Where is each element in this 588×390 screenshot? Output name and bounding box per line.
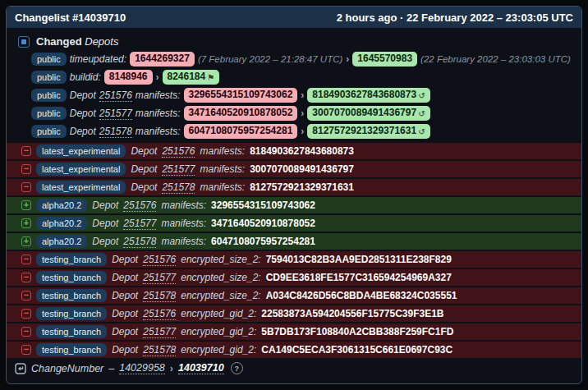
depot-link[interactable]: 251576 xyxy=(143,308,176,320)
new-manifest-value: 8184903627843680873 xyxy=(312,89,416,102)
public-row-buildid: public buildid: 8148946 › 8246184 ⚑ xyxy=(31,68,581,86)
old-manifest-pill[interactable]: 3296554315109743062 xyxy=(184,88,298,103)
arrow-separator: › xyxy=(301,89,304,101)
changelist-title: Changelist #14039710 xyxy=(15,11,126,24)
new-value: 8246184 xyxy=(168,71,206,84)
changenumber-label: ChangeNumber xyxy=(31,363,103,374)
new-manifest-value: 8127572921329371631 xyxy=(312,125,416,138)
old-manifest-pill[interactable]: 6047108075957254281 xyxy=(184,124,298,139)
minus-icon: − xyxy=(21,182,31,192)
old-value-pill[interactable]: 1644269327 xyxy=(130,52,195,67)
changelist-timestamp: 2 hours ago · 22 February 2022 – 23:03:0… xyxy=(337,11,573,24)
field-name: manifests: xyxy=(161,200,206,211)
minus-icon: − xyxy=(21,291,31,301)
depot-link[interactable]: 251577 xyxy=(143,326,176,338)
field-name: manifests: xyxy=(200,163,245,175)
branch-badge: testing_branch xyxy=(36,253,107,266)
depot-word: Depot xyxy=(112,272,138,283)
public-row-timeupdated: public timeupdated: 1644269327 (7 Februa… xyxy=(31,50,581,68)
new-manifest-pill[interactable]: 8184903627843680873 ↺ xyxy=(307,88,430,103)
depot-link[interactable]: 251577 xyxy=(99,108,132,120)
depot-link[interactable]: 251577 xyxy=(162,163,195,176)
branch-row-added: + alpha20.2 Depot 251578 manifests: 6047… xyxy=(7,233,581,250)
field-name: timeupdated: xyxy=(70,53,126,65)
branch-row-removed: − testing_branch Depot 251576 encrypted_… xyxy=(7,305,581,322)
new-changenumber-link[interactable]: 14039710 xyxy=(178,362,224,374)
depot-link[interactable]: 251578 xyxy=(99,126,132,138)
return-icon xyxy=(15,363,26,374)
arrow-separator: › xyxy=(301,126,304,137)
field-name: buildid: xyxy=(70,71,101,83)
manifest-history-icon[interactable]: ↺ xyxy=(418,126,425,137)
branch-badge: latest_experimental xyxy=(36,181,126,194)
depot-link[interactable]: 251578 xyxy=(143,290,176,302)
field-value: 5B7DB173F108840A2CBB388F259FC1FD xyxy=(261,326,453,337)
depot-word: Depot xyxy=(70,126,96,137)
field-name: manifests: xyxy=(136,126,181,137)
branch-badge: alpha20.2 xyxy=(36,217,87,230)
changelist-header: Changelist #14039710 2 hours ago · 22 Fe… xyxy=(7,7,581,28)
manifest-history-icon[interactable]: ↺ xyxy=(418,90,425,101)
arrow-separator: › xyxy=(346,53,349,65)
depot-word: Depot xyxy=(92,200,118,211)
minus-icon: − xyxy=(21,309,31,319)
depot-link[interactable]: 251576 xyxy=(99,89,132,102)
branch-row-removed: − testing_branch Depot 251577 encrypted_… xyxy=(7,323,581,340)
depot-word: Depot xyxy=(131,163,157,175)
build-flag-icon[interactable]: ⚑ xyxy=(207,72,214,83)
old-value-note: (7 February 2022 – 21:28:47 UTC) xyxy=(198,54,342,64)
depot-link[interactable]: 251576 xyxy=(162,145,195,158)
branch-badge: testing_branch xyxy=(36,343,107,356)
old-manifest-pill[interactable]: 3471640520910878052 xyxy=(184,106,298,121)
depot-link[interactable]: 251578 xyxy=(143,344,176,356)
new-manifest-pill[interactable]: 3007070089491436797 ↺ xyxy=(307,106,430,121)
depot-link[interactable]: 251577 xyxy=(123,218,156,230)
depot-word: Depot xyxy=(112,326,138,337)
field-value: 3007070089491436797 xyxy=(250,163,354,175)
plus-icon: + xyxy=(21,218,31,228)
field-value: 3296554315109743062 xyxy=(211,200,315,211)
changelist-card: Changelist #14039710 2 hours ago · 22 Fe… xyxy=(6,6,582,384)
new-value-pill[interactable]: 1645570983 xyxy=(352,52,417,67)
field-name: manifests: xyxy=(136,108,181,119)
help-icon[interactable]: ? xyxy=(231,362,243,374)
old-value-pill[interactable]: 8148946 xyxy=(104,70,153,85)
new-value-note: (22 February 2022 – 23:03:03 UTC) xyxy=(420,54,571,64)
branch-badge: testing_branch xyxy=(36,307,107,320)
depot-link[interactable]: 251576 xyxy=(123,200,156,212)
depot-link[interactable]: 251576 xyxy=(143,254,176,266)
manifest-history-icon[interactable]: ↺ xyxy=(418,108,425,119)
section-label: Changed Depots xyxy=(36,35,118,48)
branch-row-removed: − testing_branch Depot 251578 encrypted_… xyxy=(7,342,581,358)
collapse-toggle-icon[interactable] xyxy=(18,36,30,48)
branch-row-removed: − testing_branch Depot 251577 encrypted_… xyxy=(7,269,581,286)
section-word-changed: Changed xyxy=(36,35,82,48)
depot-link[interactable]: 251578 xyxy=(162,181,195,194)
field-name: manifests: xyxy=(200,181,245,193)
branch-badge: testing_branch xyxy=(36,289,107,302)
branch-badge: alpha20.2 xyxy=(36,199,87,212)
minus-icon: − xyxy=(21,273,31,282)
depot-link[interactable]: 251577 xyxy=(143,272,176,284)
field-name: manifests: xyxy=(161,218,206,229)
public-badge: public xyxy=(31,125,67,138)
public-row-depot-manifest: public Depot 251577 manifests: 347164052… xyxy=(31,104,581,122)
branch-badge: alpha20.2 xyxy=(36,235,87,248)
field-name: manifests: xyxy=(136,89,181,101)
public-badge: public xyxy=(31,89,67,102)
depot-word: Depot xyxy=(92,218,118,229)
new-manifest-pill[interactable]: 8127572921329371631 ↺ xyxy=(307,124,430,139)
new-value-pill[interactable]: 8246184 ⚑ xyxy=(163,70,220,85)
old-changenumber-link[interactable]: 14029958 xyxy=(119,362,165,374)
branch-badge: testing_branch xyxy=(36,271,107,284)
field-name: encrypted_gid_2: xyxy=(181,308,256,319)
depot-link[interactable]: 251578 xyxy=(123,236,156,248)
dash-separator: – xyxy=(108,363,114,374)
arrow-separator: › xyxy=(156,71,159,83)
field-name: encrypted_gid_2: xyxy=(181,326,256,337)
field-value: 22583873A594204556F15775C39F3E1B xyxy=(261,308,443,319)
public-badge: public xyxy=(31,107,67,120)
branch-row-added: + alpha20.2 Depot 251577 manifests: 3471… xyxy=(7,215,581,232)
field-name: encrypted_gid_2: xyxy=(181,344,256,356)
field-value: 8127572921329371631 xyxy=(250,181,354,193)
